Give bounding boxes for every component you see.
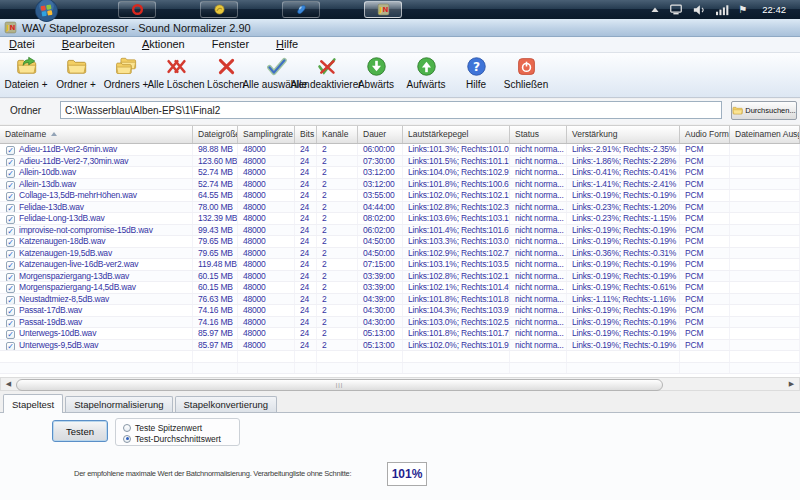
table-row[interactable]: ✓Unterwegs-9,5dB.wav85.97 MB4800024205:1… [0,340,800,352]
table-row[interactable]: ✓Neustadtmiez-8,5dB.wav76.63 MB480002420… [0,294,800,306]
browse-button[interactable]: Durchsuchen... [731,101,797,120]
alle-loeschen-button[interactable]: Alle Löschen [151,52,201,97]
cell-format: PCM [680,259,730,270]
scroll-right-icon[interactable]: ▶ [785,378,798,390]
row-checkbox[interactable]: ✓ [6,296,15,305]
table-row[interactable]: ✓Passat-19dB.wav74.16 MB4800024204:30:00… [0,317,800,329]
cell-rate: 48000 [238,317,295,328]
table-row[interactable]: ✓Collage-13,5dB-mehrHöhen.wav64.55 MB480… [0,190,800,202]
schliessen-button[interactable]: Schließen [501,52,551,97]
row-checkbox[interactable]: ✓ [6,227,15,236]
ordner-plus-button[interactable]: Ordner + [51,52,101,97]
table-row[interactable]: ✓Katzenaugen-live-16dB-ver2.wav119.48 MB… [0,259,800,271]
table-row[interactable]: ✓Katzenaugen-18dB.wav79.65 MB4800024204:… [0,236,800,248]
tray-expand-icon[interactable] [650,5,660,15]
menu-fenster[interactable]: Fenster [212,38,249,50]
menu-hilfe[interactable]: Hilfe [276,38,298,50]
column-header-2[interactable]: Samplingrate [238,126,295,143]
app-jn-taskbar-button[interactable] [364,1,402,18]
column-header-5[interactable]: Dauer [358,126,403,143]
row-checkbox[interactable]: ✓ [6,307,15,316]
cell-size: 79.65 MB [193,248,238,259]
cell-bits: 24 [295,167,317,178]
row-checkbox[interactable]: ✓ [6,261,15,270]
ordners-plus-button[interactable]: Ordners + [101,52,151,97]
table-row[interactable]: ✓Adieu-11dB-Ver2-7,30min.wav123.60 MB480… [0,156,800,168]
row-checkbox[interactable]: ✓ [6,342,15,351]
alle-deaktivieren-button[interactable]: Alle deaktivierer [301,52,351,97]
column-header-6[interactable]: Lautstärkepegel [403,126,510,143]
menu-bearbeiten[interactable]: Bearbeiten [62,38,115,50]
tab-stapeltest[interactable]: Stapeltest [3,394,63,413]
bottom-tabs: StapeltestStapelnormalisierungStapelkonv… [3,394,279,412]
cell-rate: 48000 [238,248,295,259]
cell-rate: 48000 [238,236,295,247]
menu-datei[interactable]: Datei [9,38,35,50]
table-row[interactable]: ✓Morgenspaziergang-14,5dB.wav60.15 MB480… [0,282,800,294]
radio-option-1[interactable]: Test-Durchschnittswert [123,433,239,444]
table-row[interactable]: ✓Allein-10db.wav52.74 MB4800024203:12:00… [0,167,800,179]
table-row[interactable]: ✓Felidae-Long-13dB.wav132.39 MB480002420… [0,213,800,225]
scroll-left-icon[interactable]: ◀ [2,378,15,390]
row-checkbox[interactable]: ✓ [6,273,15,282]
row-checkbox[interactable]: ✓ [6,238,15,247]
folder-path-input[interactable] [60,101,722,119]
taskbar-clock[interactable]: 22:42 [762,4,786,15]
start-button-icon[interactable] [34,0,59,23]
radio-selected-icon[interactable] [123,435,131,443]
testen-button[interactable]: Testen [52,420,108,442]
app-yellow-taskbar-button[interactable] [200,1,238,18]
volume-icon[interactable] [692,4,706,16]
column-header-8[interactable]: Verstärkung [567,126,680,143]
column-header-0[interactable]: Dateiname [0,126,193,143]
radio-option-0[interactable]: Teste Spitzenwert [123,422,239,433]
table-row[interactable]: ✓Felidae-13dB.wav78.00 MB4800024204:44:0… [0,202,800,214]
column-header-4[interactable]: Kanäle [317,126,358,143]
tab-stapelnormalisierung[interactable]: Stapelnormalisierung [65,396,172,412]
menu-aktionen[interactable]: Aktionen [142,38,185,50]
alle-auswaehlen-button[interactable]: Alle auswählen [251,52,301,97]
loeschen-button[interactable]: Löschen [201,52,251,97]
table-row[interactable]: ✓Unterwegs-10dB.wav85.97 MB4800024205:13… [0,328,800,340]
table-row[interactable]: ✓Allein-13db.wav52.74 MB4800024203:12:00… [0,179,800,191]
action-center-flag-icon[interactable]: ⚑ [738,5,747,15]
cell-format: PCM [680,340,730,351]
table-row[interactable]: ✓Katzenaugen-19,5dB.wav79.65 MB480002420… [0,248,800,260]
row-checkbox[interactable]: ✓ [6,181,15,190]
row-checkbox[interactable]: ✓ [6,330,15,339]
row-checkbox[interactable]: ✓ [6,146,15,155]
row-checkbox[interactable]: ✓ [6,158,15,167]
dateien-plus-button[interactable]: Dateien + [1,52,51,97]
row-checkbox[interactable]: ✓ [6,204,15,213]
scrollbar-thumb[interactable] [16,379,663,391]
aufwaerts-button[interactable]: Aufwärts [401,52,451,97]
radio-unselected-icon[interactable] [123,424,131,432]
row-checkbox[interactable]: ✓ [6,250,15,259]
table-row[interactable]: ✓improvise-not-compromise-15dB.wav99.43 … [0,225,800,237]
cell-channels: 2 [317,328,358,339]
app-red-taskbar-button[interactable] [118,1,156,18]
network-icon[interactable] [669,3,683,16]
horizontal-scrollbar[interactable]: ◀ ▶ [0,377,800,391]
column-header-3[interactable]: Bits [295,126,317,143]
row-checkbox[interactable]: ✓ [6,284,15,293]
hilfe-button[interactable]: Hilfe [451,52,501,97]
row-checkbox[interactable]: ✓ [6,215,15,224]
row-checkbox[interactable]: ✓ [6,192,15,201]
tab-stapelkonvertierung[interactable]: Stapelkonvertierung [175,396,278,412]
row-checkbox[interactable]: ✓ [6,169,15,178]
app-blue-taskbar-button[interactable] [282,1,320,18]
app-jn-icon [377,3,390,16]
table-row[interactable]: ✓Morgenspaziergang-13dB.wav60.15 MB48000… [0,271,800,283]
cell-status: nicht norma... [510,167,567,178]
column-header-1[interactable]: Dateigröße [193,126,238,143]
cell-format: PCM [680,225,730,236]
table-row[interactable]: ✓Passat-17dB.wav74.16 MB4800024204:30:00… [0,305,800,317]
row-checkbox[interactable]: ✓ [6,319,15,328]
abwaerts-button[interactable]: Abwärts [351,52,401,97]
column-header-9[interactable]: Audio Form... [680,126,730,143]
column-header-10[interactable]: Dateinamen Ausg... [730,126,800,143]
table-row[interactable]: ✓Adieu-11dB-Ver2-6min.wav98.88 MB4800024… [0,144,800,156]
column-header-7[interactable]: Status [510,126,567,143]
signal-bars-icon[interactable] [715,4,729,16]
